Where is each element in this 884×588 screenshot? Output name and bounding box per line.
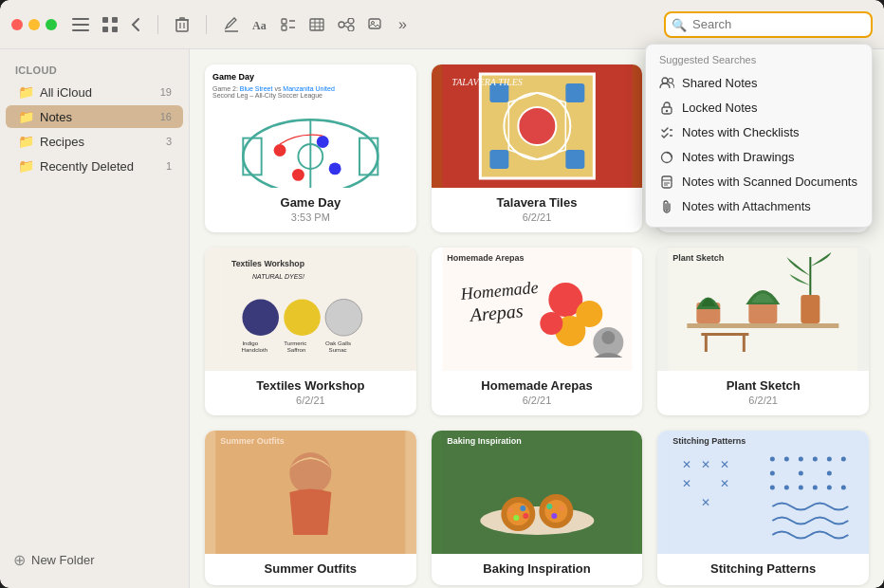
- note-thumbnail-talavera: TALAVERA TILES: [432, 64, 643, 188]
- new-folder-button[interactable]: ⊕ New Folder: [0, 543, 189, 577]
- svg-rect-15: [369, 19, 380, 28]
- svg-point-118: [827, 486, 832, 490]
- svg-point-113: [827, 471, 832, 476]
- svg-text:Oak Galls: Oak Galls: [325, 340, 351, 346]
- note-card-talavera[interactable]: TALAVERA TILES Talavera Tiles 6/2/21: [432, 64, 643, 232]
- dropdown-item-attachments[interactable]: Notes with Attachments: [646, 194, 872, 219]
- dropdown-item-shared-notes[interactable]: Shared Notes: [646, 71, 872, 96]
- checklists-label: Notes with Checklists: [682, 125, 800, 139]
- note-title-plant: Plant Sketch: [667, 378, 859, 393]
- svg-point-58: [325, 299, 362, 336]
- svg-rect-80: [801, 295, 820, 323]
- dropdown-item-checklists[interactable]: Notes with Checklists: [646, 120, 872, 145]
- table-icon[interactable]: [309, 18, 324, 31]
- svg-point-91: [480, 506, 594, 535]
- list-view-icon[interactable]: [72, 18, 89, 31]
- minimize-button[interactable]: [28, 19, 40, 30]
- note-card-summer[interactable]: Summer Outfits Summer Outfits: [205, 431, 416, 585]
- svg-point-114: [770, 486, 775, 490]
- note-card-game-day[interactable]: Game Day Game 2: Blue Street vs Manzanit…: [205, 64, 416, 232]
- search-input[interactable]: [664, 11, 873, 38]
- dropdown-item-locked-notes[interactable]: Locked Notes: [646, 96, 872, 120]
- svg-text:Aa: Aa: [252, 19, 267, 31]
- more-icon[interactable]: »: [398, 16, 407, 33]
- note-info-baking: Baking Inspiration: [432, 554, 643, 585]
- notes-count: 16: [160, 111, 172, 122]
- folder-icon-all: 📁: [17, 84, 34, 100]
- checklist-icon[interactable]: [281, 18, 296, 31]
- note-date-talavera: 6/2/21: [441, 211, 634, 223]
- sidebar: iCloud 📁 All iCloud 19 📁 Notes 16 📁 Reci…: [0, 49, 190, 588]
- svg-point-119: [841, 486, 846, 490]
- note-thumbnail-game-day: Game Day Game 2: Blue Street vs Manzanit…: [205, 64, 416, 188]
- compose-icon[interactable]: [224, 17, 239, 32]
- grid-view-icon[interactable]: [102, 17, 118, 32]
- note-info-game-day: Game Day 3:53 PM: [205, 188, 416, 232]
- sidebar-item-all-icloud[interactable]: 📁 All iCloud 19: [6, 81, 183, 103]
- attachments-label: Notes with Attachments: [682, 199, 811, 213]
- note-card-textiles[interactable]: Textiles Workshop NATURAL DYES! Indigo H…: [205, 248, 416, 415]
- note-info-talavera: Talavera Tiles 6/2/21: [432, 188, 643, 232]
- search-wrapper: 🔍 Suggested Searches Shared Notes: [664, 11, 873, 38]
- note-card-stitching[interactable]: Stitching Patterns: [657, 431, 869, 585]
- share-icon[interactable]: [338, 18, 355, 31]
- format-text-icon[interactable]: Aa: [252, 18, 267, 31]
- note-info-plant: Plant Sketch 6/2/21: [657, 371, 869, 415]
- svg-rect-9: [282, 19, 286, 24]
- recipes-count: 3: [166, 136, 172, 147]
- doc-scan-icon: [659, 175, 674, 190]
- plus-icon: ⊕: [13, 551, 26, 569]
- svg-point-74: [601, 331, 615, 344]
- svg-point-105: [770, 457, 775, 462]
- toolbar-divider-2: [206, 15, 207, 34]
- paperclip-icon: [659, 199, 674, 214]
- svg-rect-39: [489, 150, 508, 169]
- note-title-stitching: Stitching Patterns: [667, 561, 859, 576]
- notes-label: Notes: [40, 110, 155, 124]
- svg-text:✕: ✕: [702, 496, 711, 509]
- note-card-baking[interactable]: Baking Inspiration: [432, 431, 643, 585]
- note-thumbnail-arepas: Homemade Arepas Homemade Arepas: [432, 248, 643, 371]
- svg-text:Homemade Arepas: Homemade Arepas: [447, 253, 524, 263]
- dropdown-item-drawings[interactable]: Notes with Drawings: [646, 145, 872, 170]
- svg-point-107: [799, 457, 803, 462]
- back-icon[interactable]: [131, 17, 140, 32]
- sidebar-item-notes[interactable]: 📁 Notes 16: [6, 105, 183, 128]
- svg-rect-11: [310, 19, 323, 30]
- svg-point-94: [507, 507, 513, 513]
- svg-point-29: [329, 162, 341, 175]
- svg-text:NATURAL DYES!: NATURAL DYES!: [252, 273, 304, 280]
- note-date-arepas: 6/2/21: [441, 395, 634, 406]
- svg-rect-88: [215, 431, 405, 554]
- svg-rect-77: [688, 323, 839, 328]
- note-info-arepas: Homemade Arepas 6/2/21: [432, 371, 643, 415]
- svg-point-100: [546, 504, 552, 509]
- maximize-button[interactable]: [46, 19, 57, 30]
- svg-text:Stitching Patterns: Stitching Patterns: [673, 436, 746, 446]
- trash-icon[interactable]: [175, 17, 189, 32]
- note-card-arepas[interactable]: Homemade Arepas Homemade Arepas: [432, 248, 643, 415]
- note-thumbnail-summer: Summer Outfits: [205, 431, 416, 554]
- lock-icon: [659, 101, 674, 116]
- note-thumbnail-stitching: Stitching Patterns: [657, 431, 869, 554]
- sidebar-item-recently-deleted[interactable]: 📁 Recently Deleted 1: [6, 155, 183, 177]
- svg-rect-2: [72, 29, 89, 31]
- search-dropdown: Suggested Searches Shared Notes: [645, 44, 873, 228]
- photo-icon[interactable]: [368, 18, 385, 31]
- svg-point-13: [348, 18, 354, 24]
- svg-rect-6: [112, 27, 118, 32]
- svg-rect-10: [282, 26, 286, 30]
- svg-text:Saffron: Saffron: [287, 346, 306, 353]
- all-icloud-label: All iCloud: [40, 85, 155, 100]
- note-card-plant[interactable]: Plant Sketch: [657, 248, 869, 415]
- svg-point-31: [317, 136, 329, 148]
- svg-rect-0: [72, 18, 89, 20]
- sidebar-item-recipes[interactable]: 📁 Recipes 3: [6, 130, 183, 153]
- svg-point-95: [520, 505, 525, 511]
- svg-point-30: [292, 169, 304, 181]
- dropdown-item-scanned[interactable]: Notes with Scanned Documents: [646, 170, 872, 194]
- close-button[interactable]: [11, 19, 23, 30]
- note-date-textiles: 6/2/21: [214, 395, 407, 406]
- all-icloud-count: 19: [160, 86, 172, 98]
- svg-point-102: [551, 513, 557, 519]
